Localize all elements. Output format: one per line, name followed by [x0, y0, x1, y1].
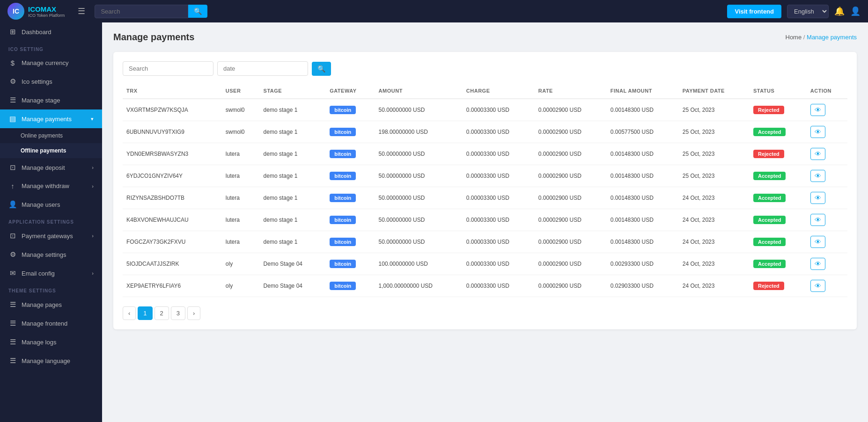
- sidebar-item-manage-settings[interactable]: ⚙ Manage settings: [0, 245, 102, 264]
- cell-stage: demo stage 1: [260, 209, 326, 231]
- cell-payment-date: 24 Oct, 2023: [679, 275, 750, 297]
- cell-user: lutera: [222, 187, 260, 209]
- sidebar-item-manage-currency[interactable]: $ Manage currency: [0, 54, 102, 72]
- view-button[interactable]: 👁: [810, 104, 825, 116]
- cell-amount: 198.00000000 USD: [375, 121, 463, 143]
- cell-trx: XEP9AETRY6LFIAY6: [123, 275, 222, 297]
- sidebar-item-payment-gateways[interactable]: ⊡ Payment gateways ›: [0, 226, 102, 245]
- gateway-icon: ⊡: [8, 232, 17, 240]
- logo: IC ICOMAX ICO Token Platform: [7, 3, 65, 20]
- language-select[interactable]: English Spanish French: [787, 5, 829, 18]
- view-button[interactable]: 👁: [810, 236, 825, 248]
- page-1-button[interactable]: 1: [138, 306, 152, 320]
- col-trx: TRX: [123, 83, 222, 99]
- prev-page-button[interactable]: ‹: [123, 306, 136, 320]
- search-input[interactable]: [95, 5, 188, 18]
- user-icon[interactable]: 👤: [850, 6, 861, 16]
- cell-payment-date: 25 Oct, 2023: [679, 143, 750, 165]
- search-button[interactable]: 🔍: [188, 5, 207, 18]
- cell-user: oly: [222, 253, 260, 275]
- sidebar-item-manage-pages[interactable]: ☰ Manage pages: [0, 295, 102, 314]
- cell-gateway: bitcoin: [326, 165, 375, 187]
- view-button[interactable]: 👁: [810, 258, 825, 270]
- visit-frontend-button[interactable]: Visit frontend: [727, 5, 781, 18]
- sidebar-item-ico-settings[interactable]: ⚙ Ico settings: [0, 72, 102, 91]
- sidebar-item-dashboard[interactable]: ⊞ Dashboard: [0, 22, 102, 41]
- col-rate: RATE: [535, 83, 607, 99]
- sidebar-item-manage-logs[interactable]: ☰ Manage logs: [0, 333, 102, 351]
- cell-rate: 0.00002900 USD: [535, 121, 607, 143]
- cell-action: 👁: [807, 121, 847, 143]
- sidebar-item-manage-users[interactable]: 👤 Manage users: [0, 195, 102, 214]
- page-title: Manage payments: [113, 32, 194, 43]
- pagination: ‹ 1 2 3 ›: [123, 306, 847, 320]
- cell-status: Accepted: [750, 253, 807, 275]
- sidebar-item-manage-payments[interactable]: ▤ Manage payments ▾: [0, 109, 102, 128]
- col-final-amount: FINAL AMOUNT: [607, 83, 679, 99]
- cell-final-amount: 0.00148300 USD: [607, 143, 679, 165]
- table-row: 6YDJCO1GNYZIV64Y lutera demo stage 1 bit…: [123, 165, 847, 187]
- cell-rate: 0.00002900 USD: [535, 187, 607, 209]
- frontend-icon: ☰: [8, 319, 17, 327]
- view-button[interactable]: 👁: [810, 280, 825, 292]
- cell-amount: 50.00000000 USD: [375, 165, 463, 187]
- notifications-icon[interactable]: 🔔: [834, 6, 845, 16]
- cell-charge: 0.00003300 USD: [463, 187, 535, 209]
- next-page-button[interactable]: ›: [187, 306, 200, 320]
- page-2-button[interactable]: 2: [154, 306, 169, 320]
- table-row: FOGCZAY73GK2FXVU lutera demo stage 1 bit…: [123, 231, 847, 253]
- sidebar-sub-online-payments[interactable]: Online payments: [0, 128, 102, 143]
- pages-icon: ☰: [8, 300, 17, 309]
- cell-final-amount: 0.00148300 USD: [607, 165, 679, 187]
- cell-amount: 50.00000000 USD: [375, 99, 463, 121]
- cell-amount: 100.00000000 USD: [375, 253, 463, 275]
- breadcrumb-home[interactable]: Home: [786, 34, 802, 41]
- chevron-right-icon2: ›: [92, 183, 94, 189]
- sidebar-item-email-config[interactable]: ✉ Email config ›: [0, 264, 102, 283]
- cell-status: Accepted: [750, 209, 807, 231]
- cell-amount: 50.00000000 USD: [375, 231, 463, 253]
- cell-user: swmol0: [222, 121, 260, 143]
- cell-amount: 50.00000000 USD: [375, 209, 463, 231]
- sidebar-item-manage-withdraw[interactable]: ↑ Manage withdraw ›: [0, 177, 102, 195]
- cell-status: Rejected: [750, 275, 807, 297]
- sidebar-sub-offline-payments[interactable]: Offline payments: [0, 143, 102, 158]
- cell-final-amount: 0.00148300 USD: [607, 99, 679, 121]
- cell-trx: FOGCZAY73GK2FXVU: [123, 231, 222, 253]
- cell-stage: demo stage 1: [260, 99, 326, 121]
- view-button[interactable]: 👁: [810, 170, 825, 182]
- cell-final-amount: 0.00293300 USD: [607, 253, 679, 275]
- table-row: K4BXVONEWHAUJCAU lutera demo stage 1 bit…: [123, 209, 847, 231]
- hamburger-button[interactable]: ☰: [74, 4, 89, 18]
- sidebar-item-manage-language[interactable]: ☰ Manage language: [0, 351, 102, 370]
- col-user: USER: [222, 83, 260, 99]
- cell-charge: 0.00003300 USD: [463, 121, 535, 143]
- filter-date-input[interactable]: [217, 61, 308, 76]
- view-button[interactable]: 👁: [810, 214, 825, 226]
- payments-icon: ▤: [8, 115, 17, 123]
- view-button[interactable]: 👁: [810, 148, 825, 160]
- filter-search-input[interactable]: [123, 61, 213, 76]
- topnav-right: Visit frontend English Spanish French 🔔 …: [727, 5, 861, 18]
- cell-rate: 0.00002900 USD: [535, 231, 607, 253]
- cell-final-amount: 0.02903300 USD: [607, 275, 679, 297]
- cell-user: lutera: [222, 143, 260, 165]
- cell-gateway: bitcoin: [326, 231, 375, 253]
- table-row: XEP9AETRY6LFIAY6 oly Demo Stage 04 bitco…: [123, 275, 847, 297]
- col-payment-date: PAYMENT DATE: [679, 83, 750, 99]
- cell-final-amount: 0.00148300 USD: [607, 187, 679, 209]
- cell-charge: 0.00003300 USD: [463, 253, 535, 275]
- cell-trx: YDN0EMRSBWASYZN3: [123, 143, 222, 165]
- sidebar-item-manage-deposit[interactable]: ⊡ Manage deposit ›: [0, 158, 102, 177]
- manage-settings-icon: ⚙: [8, 250, 17, 259]
- sidebar-item-manage-stage[interactable]: ☰ Manage stage: [0, 91, 102, 109]
- view-button[interactable]: 👁: [810, 192, 825, 204]
- page-3-button[interactable]: 3: [171, 306, 185, 320]
- cell-action: 👁: [807, 187, 847, 209]
- cell-status: Accepted: [750, 231, 807, 253]
- view-button[interactable]: 👁: [810, 126, 825, 138]
- sidebar-item-manage-frontend[interactable]: ☰ Manage frontend: [0, 314, 102, 333]
- filter-search-button[interactable]: 🔍: [312, 62, 331, 76]
- cell-trx: 5IOJDCAATJJSZIRK: [123, 253, 222, 275]
- cell-charge: 0.00003300 USD: [463, 209, 535, 231]
